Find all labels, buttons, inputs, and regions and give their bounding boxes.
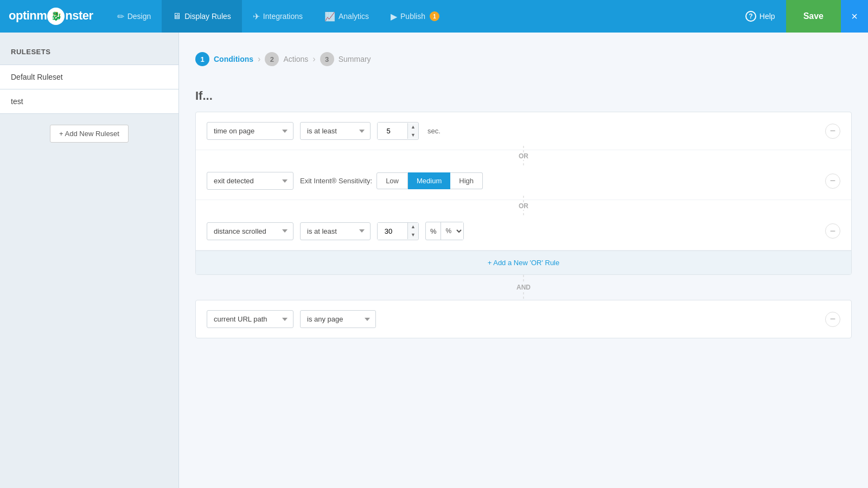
sensitivity-group: Exit Intent® Sensitivity: Low Medium Hig… — [300, 172, 483, 189]
sensitivity-label: Exit Intent® Sensitivity: — [300, 177, 372, 185]
publish-icon: ▶ — [391, 11, 397, 22]
header: optinm🐉nster ✏ Design 🖥 Display Rules ✈ … — [0, 0, 868, 33]
remove-rule-1[interactable]: − — [825, 124, 840, 139]
header-right: ? Help Save × — [735, 0, 868, 33]
nav-publish[interactable]: ▶ Publish 1 — [380, 0, 450, 33]
percent-dropdown[interactable]: % px — [441, 222, 463, 240]
main-content: 1 Conditions › 2 Actions › 3 Summary If.… — [179, 33, 868, 488]
step-conditions[interactable]: 1 Conditions — [195, 52, 253, 66]
operator-select-3[interactable]: is at least is less than is equal to — [300, 222, 371, 240]
or-divider-2: OR — [196, 200, 851, 212]
save-button[interactable]: Save — [786, 0, 841, 33]
toggle-low[interactable]: Low — [376, 172, 408, 189]
spinners-1: ▲ ▼ — [407, 123, 418, 139]
remove-rule-4[interactable]: − — [825, 312, 840, 327]
rule-row-3: distance scrolled time on page exit dete… — [196, 212, 851, 251]
toggle-medium[interactable]: Medium — [408, 172, 450, 189]
unit-label-1: sec. — [425, 127, 441, 135]
rule-row-2: exit detected time on page distance scro… — [196, 162, 851, 200]
remove-rule-2[interactable]: − — [825, 174, 840, 189]
breadcrumb-arrow-1: › — [258, 54, 260, 64]
condition-select-1[interactable]: time on page exit detected distance scro… — [207, 122, 293, 140]
value-input-3: ▲ ▼ — [377, 222, 419, 240]
and-divider: AND — [195, 275, 852, 300]
nav-analytics-label: Analytics — [339, 12, 369, 21]
spinners-3: ▲ ▼ — [407, 223, 418, 239]
nav-display-rules-label: Display Rules — [184, 12, 231, 21]
condition-select-2[interactable]: exit detected time on page distance scro… — [207, 172, 293, 190]
help-button[interactable]: ? Help — [735, 0, 786, 33]
breadcrumb-arrow-2: › — [312, 54, 315, 64]
step-num-1: 1 — [195, 52, 209, 66]
value-field-3[interactable] — [378, 223, 407, 240]
nav-integrations[interactable]: ✈ Integrations — [242, 0, 314, 33]
step-num-3: 3 — [320, 52, 334, 66]
rule-group-2: current URL path time on page exit detec… — [195, 300, 852, 338]
help-icon: ? — [745, 11, 756, 22]
close-button[interactable]: × — [841, 0, 868, 33]
value-field-1[interactable] — [378, 123, 407, 139]
sidebar-title: Rulesets — [0, 43, 178, 65]
sidebar-item-default[interactable]: Default Ruleset — [0, 65, 178, 89]
publish-badge: 1 — [430, 11, 439, 21]
operator-select-1[interactable]: is at least is less than is equal to — [300, 122, 371, 140]
nav: ✏ Design 🖥 Display Rules ✈ Integrations … — [106, 0, 735, 33]
analytics-icon: 📈 — [324, 11, 335, 22]
if-title: If... — [195, 89, 852, 103]
spinner-down-3[interactable]: ▼ — [408, 231, 418, 239]
rule-row-4: current URL path time on page exit detec… — [196, 300, 851, 338]
spinner-down-1[interactable]: ▼ — [408, 131, 418, 139]
step-label-conditions: Conditions — [214, 55, 253, 63]
step-label-summary: Summary — [339, 55, 371, 63]
percent-select: % % px — [425, 222, 464, 240]
design-icon: ✏ — [117, 11, 124, 22]
percent-value: % — [426, 223, 441, 240]
sidebar-item-label: Default Ruleset — [11, 73, 63, 81]
value-input-1: ▲ ▼ — [377, 122, 419, 140]
rule-group-1: time on page exit detected distance scro… — [195, 112, 852, 275]
step-actions[interactable]: 2 Actions — [265, 52, 308, 66]
or-divider-1: OR — [196, 150, 851, 162]
step-label-actions: Actions — [283, 55, 308, 63]
step-summary[interactable]: 3 Summary — [320, 52, 371, 66]
nav-integrations-label: Integrations — [263, 12, 303, 21]
spinner-up-1[interactable]: ▲ — [408, 123, 418, 131]
rule-row-1: time on page exit detected distance scro… — [196, 112, 851, 150]
nav-publish-label: Publish — [400, 12, 425, 21]
nav-design-label: Design — [127, 12, 151, 21]
toggle-group: Low Medium High — [376, 172, 483, 189]
breadcrumb: 1 Conditions › 2 Actions › 3 Summary — [195, 43, 852, 73]
nav-display-rules[interactable]: 🖥 Display Rules — [162, 0, 242, 33]
logo-text: optinm🐉nster — [9, 8, 93, 25]
condition-select-3[interactable]: distance scrolled time on page exit dete… — [207, 222, 293, 240]
remove-rule-3[interactable]: − — [825, 223, 840, 239]
step-num-2: 2 — [265, 52, 279, 66]
sidebar: Rulesets Default Ruleset test + Add New … — [0, 33, 179, 488]
help-label: Help — [760, 12, 775, 21]
sidebar-item-test[interactable]: test — [0, 89, 178, 114]
operator-select-4[interactable]: is any page contains exactly matches — [300, 310, 376, 328]
spinner-up-3[interactable]: ▲ — [408, 223, 418, 231]
nav-analytics[interactable]: 📈 Analytics — [314, 0, 380, 33]
logo: optinm🐉nster — [9, 8, 93, 25]
display-icon: 🖥 — [173, 11, 181, 21]
toggle-high[interactable]: High — [450, 172, 483, 189]
add-ruleset-button[interactable]: + Add New Ruleset — [50, 125, 129, 143]
condition-select-4[interactable]: current URL path time on page exit detec… — [207, 310, 293, 328]
add-or-rule-button[interactable]: + Add a New 'OR' Rule — [196, 251, 851, 274]
integrations-icon: ✈ — [253, 11, 260, 22]
nav-design[interactable]: ✏ Design — [106, 0, 162, 33]
sidebar-item-label: test — [11, 97, 23, 106]
